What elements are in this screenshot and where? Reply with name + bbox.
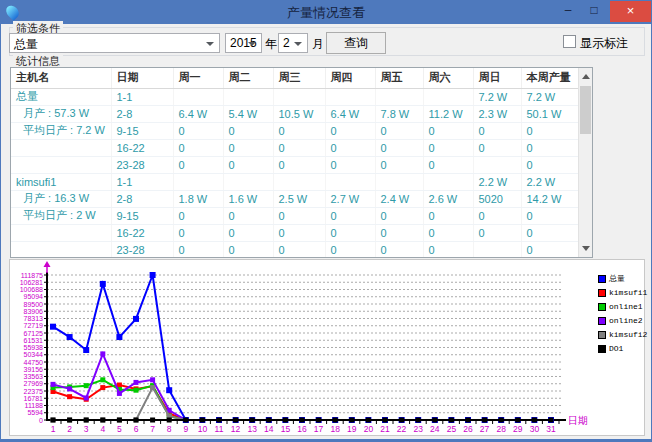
year-select[interactable]: 2015: [225, 33, 262, 53]
table-row[interactable]: 平均日产 : 7.2 W9-1500000000: [11, 122, 579, 139]
marker-online2: [134, 380, 139, 385]
x-tick-label: 21: [380, 424, 390, 434]
marker-DO1: [482, 418, 487, 423]
x-tick-label: 1: [51, 424, 56, 434]
table-cell: 2.5 W: [273, 190, 325, 207]
table-scrollbar[interactable]: [578, 68, 592, 257]
table-row[interactable]: 月产 : 57.3 W2-86.4 W5.4 W10.5 W6.4 W7.8 W…: [11, 105, 579, 122]
table-row[interactable]: kimsufi11-12.2 W2.2 W: [11, 173, 579, 190]
y-tick-label: 22375: [24, 388, 44, 395]
table-cell: 0: [423, 156, 473, 173]
maximize-button[interactable]: □: [583, 1, 605, 22]
table-row[interactable]: 23-280000000: [11, 241, 579, 258]
x-tick-label: 15: [281, 424, 291, 434]
marker-DO1: [283, 418, 288, 423]
x-tick-label: 16: [297, 424, 307, 434]
table-cell: 16-22: [111, 139, 173, 156]
table-cell: 0: [325, 207, 375, 224]
table-cell: 5020: [473, 190, 521, 207]
marker-DO1: [349, 418, 354, 423]
table-cell: kimsufi1: [11, 173, 111, 190]
column-header[interactable]: 周二: [223, 68, 273, 88]
table-header-row: 主机名日期周一周二周三周四周五周六周日本周产量: [11, 68, 579, 88]
table-cell: [325, 173, 375, 190]
chart-legend: 总量kimsufi1online1online2kimsufi2DO1: [598, 272, 647, 356]
marker-online2: [51, 382, 56, 387]
table-cell: 2-8: [111, 105, 173, 122]
table-row[interactable]: 总量1-17.2 W7.2 W: [11, 88, 579, 105]
column-header[interactable]: 周四: [325, 68, 375, 88]
legend-label: kimsufi1: [609, 288, 647, 297]
x-tick-label: 29: [513, 424, 523, 434]
x-tick-label: 8: [167, 424, 172, 434]
marker-online2: [67, 386, 72, 391]
chart-canvas: 0559411188167812237527969335633915644750…: [10, 260, 644, 435]
column-header[interactable]: 周日: [473, 68, 521, 88]
y-axis-arrow-head: [44, 261, 51, 267]
table-cell: 0: [223, 241, 273, 258]
marker-DO1: [549, 418, 554, 423]
table-row[interactable]: 平均日产 : 2 W9-1500000000: [11, 207, 579, 224]
table-row[interactable]: 23-280000000: [11, 156, 579, 173]
x-tick-label: 12: [231, 424, 241, 434]
table-cell: 0: [423, 207, 473, 224]
show-labels-checkbox[interactable]: [563, 35, 576, 48]
y-tick-label: 67125: [24, 330, 44, 337]
table-cell: [11, 241, 111, 258]
legend-swatch: [598, 303, 606, 311]
minimize-button[interactable]: –: [557, 1, 579, 22]
x-tick-label: 20: [364, 424, 374, 434]
table-cell: 0: [325, 241, 375, 258]
marker-online1: [100, 377, 105, 382]
scroll-up-icon[interactable]: [582, 74, 590, 79]
month-select[interactable]: 2: [278, 33, 308, 53]
table-cell: [423, 88, 473, 105]
table-cell: 0: [273, 122, 325, 139]
host-select[interactable]: 总量: [9, 33, 220, 53]
table-cell: 0: [223, 207, 273, 224]
table-cell: [273, 88, 325, 105]
legend-label: DO1: [609, 344, 623, 353]
marker-DO1: [217, 418, 222, 423]
table-cell: [423, 173, 473, 190]
scroll-down-icon[interactable]: [582, 246, 590, 251]
table-cell: 0: [223, 156, 273, 173]
table-cell: [223, 88, 273, 105]
y-tick-label: 78313: [24, 315, 44, 322]
table-row[interactable]: 月产 : 16.3 W2-81.8 W1.6 W2.5 W2.7 W2.4 W2…: [11, 190, 579, 207]
y-tick-label: 83906: [24, 308, 44, 315]
table-cell: 7.2 W: [473, 88, 521, 105]
y-tick-label: 27969: [24, 380, 44, 387]
close-button[interactable]: ×: [610, 1, 651, 22]
column-header[interactable]: 周一: [173, 68, 223, 88]
year-label: 年: [265, 36, 277, 53]
marker-DO1: [266, 418, 271, 423]
column-header[interactable]: 周六: [423, 68, 473, 88]
table-cell: 23-28: [111, 241, 173, 258]
table-cell: [173, 88, 223, 105]
marker-总量: [83, 347, 89, 353]
table-cell: 0: [173, 156, 223, 173]
x-tick-label: 7: [150, 424, 155, 434]
table-cell: 2-8: [111, 190, 173, 207]
column-header[interactable]: 日期: [111, 68, 173, 88]
legend-item: kimsufi1: [598, 286, 647, 299]
marker-DO1: [432, 418, 437, 423]
x-tick-label: 10: [198, 424, 208, 434]
table-cell: 0: [521, 224, 579, 241]
query-button[interactable]: 查询: [326, 32, 386, 54]
column-header[interactable]: 周三: [273, 68, 325, 88]
column-header[interactable]: 周五: [375, 68, 423, 88]
table-cell: 0: [273, 139, 325, 156]
table-cell: 14.2 W: [521, 190, 579, 207]
column-header[interactable]: 本周产量: [521, 68, 579, 88]
table-cell: 0: [273, 156, 325, 173]
scrollbar-thumb[interactable]: [580, 86, 591, 134]
table-cell: [325, 88, 375, 105]
column-header[interactable]: 主机名: [11, 68, 111, 88]
marker-DO1: [449, 418, 454, 423]
table-row[interactable]: 16-2200000000: [11, 224, 579, 241]
x-tick-label: 23: [413, 424, 423, 434]
table-row[interactable]: 16-2200000000: [11, 139, 579, 156]
legend-label: online1: [609, 302, 643, 311]
